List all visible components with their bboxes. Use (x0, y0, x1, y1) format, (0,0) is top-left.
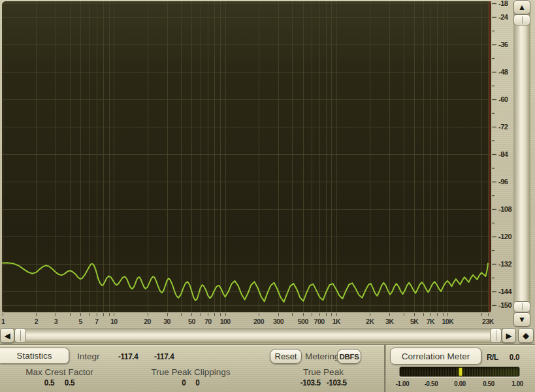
svg-text:-120: -120 (498, 233, 511, 240)
tab-statistics[interactable]: Statistics (0, 348, 69, 364)
svg-text:500: 500 (298, 318, 309, 325)
correlation-meter-bar (399, 367, 520, 377)
svg-text:-18: -18 (498, 0, 508, 7)
svg-text:3K: 3K (385, 318, 394, 325)
max-crest-value-left: 0.5 (44, 378, 54, 388)
true-peak-value-left: -103.5 (300, 378, 321, 388)
correlation-scale: -1.00 -0.50 0.00 0.50 1.00 (389, 380, 530, 387)
svg-text:1K: 1K (332, 318, 341, 325)
bottom-panel: Statistics Integr -117.4 -117.4 Reset Me… (0, 345, 535, 392)
corner-diamond-button[interactable]: ◆ (518, 328, 534, 343)
scroll-down-button[interactable]: ▼ (513, 312, 530, 327)
svg-text:70: 70 (204, 318, 212, 325)
corr-scale-label: -0.50 (419, 380, 444, 387)
h-scroll-track[interactable] (26, 328, 490, 343)
true-peak-label: True Peak (268, 367, 379, 377)
svg-text:7K: 7K (427, 318, 435, 325)
svg-text:5: 5 (78, 318, 82, 325)
h-scroll-thumb-right[interactable] (490, 328, 502, 343)
max-crest-factor-stat: Max Crest Factor 0.5 0.5 (4, 367, 115, 387)
svg-text:20: 20 (144, 318, 151, 325)
corr-scale-label: 1.00 (506, 380, 530, 387)
svg-text:-36: -36 (498, 41, 508, 48)
db-scale-ticks: -18-24-36-48-60-72-84-96-108-120-132-144… (491, 0, 513, 327)
correlation-indicator (459, 368, 462, 376)
metering-mode-button[interactable]: DBFS (337, 349, 361, 364)
svg-text:100: 100 (220, 318, 231, 325)
svg-text:2: 2 (35, 318, 39, 325)
spectrum-canvas (2, 1, 491, 312)
metering-label: Metering (305, 351, 340, 361)
integr-value-right: -117.4 (154, 351, 174, 362)
v-scroll-thumb-bottom[interactable] (513, 301, 530, 312)
svg-text:700: 700 (314, 318, 325, 325)
true-peak-clippings-label: True Peak Clippings (135, 367, 246, 377)
svg-text:200: 200 (253, 318, 265, 325)
scroll-right-button[interactable]: ▶ (502, 328, 516, 343)
scroll-up-button[interactable]: ▲ (513, 0, 530, 14)
svg-text:-60: -60 (498, 95, 508, 103)
integr-value-left: -117.4 (118, 351, 138, 362)
svg-text:300: 300 (273, 318, 284, 325)
clippings-value-left: 0 (182, 378, 186, 388)
frequency-ruler[interactable]: 1235710203050701002003005007001K2K3K5K7K… (0, 312, 494, 327)
svg-text:-150: -150 (498, 301, 511, 309)
plugin-window: 1235710203050701002003005007001K2K3K5K7K… (0, 0, 535, 392)
svg-text:-132: -132 (498, 260, 511, 268)
v-scroll-thumb-top[interactable] (513, 14, 530, 25)
corr-scale-label: 0.50 (477, 380, 501, 387)
spectrum-display[interactable] (2, 1, 491, 312)
svg-text:5K: 5K (410, 318, 419, 325)
correlation-value: 0.0 (510, 352, 519, 363)
corr-scale-label: 0.00 (448, 380, 472, 387)
v-scrollbar[interactable]: ▲ ▼ (513, 0, 530, 327)
svg-text:-96: -96 (498, 178, 508, 186)
svg-text:3: 3 (54, 318, 58, 325)
svg-text:10K: 10K (442, 318, 455, 325)
v-scroll-track[interactable] (513, 25, 530, 301)
svg-text:-144: -144 (498, 287, 512, 295)
clippings-value-right: 0 (195, 378, 199, 388)
true-peak-stat: True Peak -103.5 -103.5 (268, 367, 379, 387)
correlation-meter-panel: Correlation Meter R/L 0.0 -1.00 -0.50 0.… (386, 345, 535, 392)
max-crest-value-right: 0.5 (65, 378, 74, 388)
scroll-left-button[interactable]: ◀ (0, 328, 14, 343)
corr-scale-label: -1.00 (391, 380, 415, 387)
statistics-panel: Statistics Integr -117.4 -117.4 Reset Me… (0, 345, 384, 392)
h-scrollbar[interactable]: ◀ ▶ (0, 328, 516, 343)
reset-button[interactable]: Reset (270, 349, 302, 364)
svg-text:-24: -24 (498, 13, 509, 21)
svg-text:-72: -72 (498, 123, 508, 131)
true-peak-value-right: -103.5 (326, 378, 346, 388)
integr-label: Integr (77, 351, 100, 361)
svg-text:50: 50 (188, 318, 195, 325)
svg-text:10: 10 (110, 318, 118, 325)
max-crest-factor-label: Max Crest Factor (4, 367, 115, 377)
h-scroll-thumb-left[interactable] (14, 328, 26, 343)
svg-text:-84: -84 (498, 150, 509, 158)
true-peak-clippings-stat: True Peak Clippings 0 0 (135, 367, 246, 387)
svg-text:7: 7 (95, 318, 99, 325)
svg-text:30: 30 (163, 318, 170, 325)
svg-text:1: 1 (1, 318, 5, 325)
correlation-channel-button[interactable]: R/L (487, 352, 498, 363)
svg-text:-48: -48 (498, 68, 508, 76)
svg-text:2K: 2K (366, 318, 374, 325)
db-scale-ruler[interactable]: -18-24-36-48-60-72-84-96-108-120-132-144… (491, 0, 513, 327)
frequency-ruler-ticks: 1235710203050701002003005007001K2K3K5K7K… (0, 312, 494, 327)
tab-correlation-meter[interactable]: Correlation Meter (390, 348, 481, 365)
svg-text:-108: -108 (498, 205, 511, 213)
